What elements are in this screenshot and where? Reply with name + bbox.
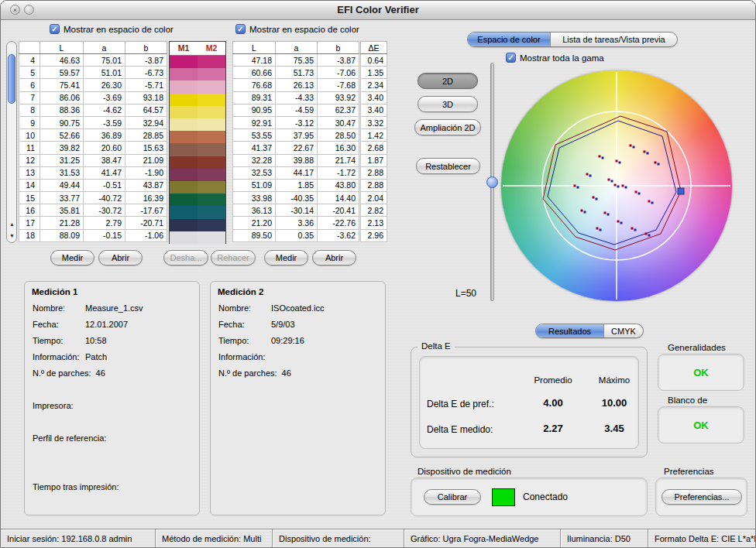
reference-point: [593, 197, 595, 199]
swatch-header-row: M1 M2: [170, 42, 225, 56]
deshacer-button[interactable]: Desha...: [163, 250, 208, 265]
table-row[interactable]: 1231.2538.4721.09: [19, 154, 167, 166]
table-row: 2.82: [361, 204, 387, 217]
rehacer-button[interactable]: Rehacer: [211, 250, 256, 265]
lightness-slider-thumb[interactable]: [486, 176, 498, 188]
cell: 41.47: [84, 166, 125, 179]
swatch-row: [170, 206, 225, 218]
gamut-handle[interactable]: [678, 188, 684, 194]
table-row[interactable]: 1139.8220.6015.63: [19, 142, 167, 154]
table-row[interactable]: 1888.09-0.15-1.06: [19, 229, 167, 241]
table-row[interactable]: 36.13-30.14-20.41: [233, 204, 359, 217]
table-row[interactable]: 21.203.36-22.76: [233, 217, 359, 229]
preferencias-button[interactable]: Preferencias...: [662, 489, 742, 505]
reference-point: [581, 210, 583, 212]
table-row[interactable]: 90.95-4.5962.37: [233, 104, 359, 116]
gamut-overlay[interactable]: [501, 70, 732, 301]
measurement-table-2: L a b 47.1875.35-3.8760.6651.73-7.0676.6…: [232, 41, 359, 242]
table-row[interactable]: 41.3722.6716.30: [233, 142, 359, 154]
table-row[interactable]: 76.6826.13-7.68: [233, 79, 359, 91]
checkbox-colorspace-2[interactable]: ✓: [235, 24, 246, 34]
row-number: 18: [19, 229, 40, 241]
cell: 21.74: [318, 154, 359, 166]
table-row[interactable]: 32.2839.8821.74: [233, 154, 359, 166]
abrir-button-2[interactable]: Abrir: [312, 250, 356, 265]
delta-e-table: ΔE 0.641.352.343.403.403.321.422.681.872…: [360, 41, 387, 242]
reference-point: [630, 145, 632, 147]
tab-cmyk[interactable]: CMYK: [604, 324, 643, 337]
field-label: N.º de parches:: [218, 368, 277, 378]
table-row: 1.87: [361, 154, 387, 166]
cell: -5.71: [125, 79, 167, 91]
table-row[interactable]: 1052.6636.8928.85: [19, 129, 167, 142]
calibrar-button[interactable]: Calibrar: [424, 489, 481, 505]
tab-resultados[interactable]: Resultados: [536, 324, 604, 337]
medir-button-2[interactable]: Medir: [264, 250, 308, 265]
table-row[interactable]: 33.98-40.3514.40: [233, 192, 359, 204]
measured-point: [658, 163, 660, 166]
scroll-down-icon[interactable]: ▼: [8, 231, 16, 241]
swatch-m1: [170, 131, 198, 143]
row-number: 5: [19, 67, 40, 79]
table-scrollbar[interactable]: ▲ ▼: [6, 41, 17, 243]
restablecer-button[interactable]: Restablecer: [416, 158, 480, 174]
view-3d-button[interactable]: 3D: [418, 96, 478, 112]
row-number: 10: [19, 129, 40, 142]
field-value: ISOcoated.icc: [271, 303, 324, 313]
swatch-m2: [198, 181, 225, 194]
measured-point: [600, 229, 602, 231]
cell: -1.72: [318, 166, 359, 179]
cell: -7.06: [318, 67, 359, 79]
info-field: Fecha:12.01.2007: [33, 320, 194, 336]
checkbox-colorspace-1[interactable]: ✓: [50, 24, 60, 34]
table-header-row: L a b: [233, 42, 359, 54]
connection-status-indicator: [492, 488, 515, 506]
table-row[interactable]: 888.36-4.6264.57: [19, 104, 167, 116]
table-row[interactable]: 675.4126.30-5.71: [19, 79, 167, 91]
scrollbar-thumb[interactable]: [8, 54, 15, 104]
table-row[interactable]: 53.5537.9528.50: [233, 129, 359, 142]
ampliacion-2d-button[interactable]: Ampliación 2D: [414, 119, 481, 135]
table-row[interactable]: 51.091.8543.80: [233, 179, 359, 191]
status-item: Iluminancia: D50: [561, 529, 648, 547]
table-row[interactable]: 1331.5341.47-1.90: [19, 166, 167, 179]
scroll-up-icon[interactable]: ▲: [8, 219, 16, 229]
field-value: 12.01.2007: [85, 320, 128, 329]
view-2d-button[interactable]: 2D: [418, 73, 478, 89]
table-row[interactable]: 89.500.35-3.62: [233, 229, 359, 241]
reference-point: [586, 173, 589, 176]
cell: 43.87: [125, 179, 167, 191]
table-row[interactable]: 446.6375.01-3.87: [19, 54, 167, 67]
delta-e-cell: 1.42: [361, 129, 387, 142]
blanco-well: OK: [658, 406, 744, 444]
info-field: Nombre:Measure_1.csv: [33, 303, 194, 320]
table-row[interactable]: 32.5344.17-1.72: [233, 166, 359, 179]
table-row[interactable]: 559.5751.01-6.73: [19, 67, 167, 79]
cell: 47.18: [233, 54, 276, 67]
table-row[interactable]: 92.91-3.1230.47: [233, 116, 359, 128]
table-row[interactable]: 47.1875.35-3.87: [233, 54, 359, 67]
table-row[interactable]: 1449.44-0.5143.87: [19, 179, 167, 191]
checkbox-show-gamut[interactable]: ✓: [506, 53, 516, 63]
app-window: × EFI Color Verifier ✓ Mostrar en espaci…: [0, 0, 756, 548]
swatch-row: [170, 156, 225, 169]
info-field: [33, 417, 194, 433]
measured-point: [607, 214, 610, 216]
cell: -0.51: [84, 179, 125, 191]
medir-button-1[interactable]: Medir: [50, 250, 94, 265]
field-label: Perfil de referencia:: [33, 433, 106, 443]
table-row[interactable]: 990.75-3.5932.94: [19, 116, 167, 128]
table-row[interactable]: 89.31-4.3393.92: [233, 91, 359, 104]
abrir-button-1[interactable]: Abrir: [98, 250, 143, 265]
table-row[interactable]: 786.06-3.6993.18: [19, 91, 167, 104]
table-row[interactable]: 1635.81-30.72-17.67: [19, 204, 167, 217]
device-section-title: Dispositivo de medición: [418, 467, 511, 476]
table-row[interactable]: 1721.282.79-20.71: [19, 217, 167, 229]
cell: -3.59: [84, 116, 125, 128]
tab-espacio-de-color[interactable]: Espacio de color: [468, 33, 551, 46]
info-field: Nombre:ISOcoated.icc: [218, 303, 380, 320]
table-row[interactable]: 1533.77-40.7216.39: [19, 192, 167, 204]
tab-lista-de-tareas[interactable]: Lista de tareas/Vista previa: [551, 33, 677, 46]
table-row[interactable]: 60.6651.73-7.06: [233, 67, 359, 79]
cell: 33.77: [40, 192, 84, 204]
